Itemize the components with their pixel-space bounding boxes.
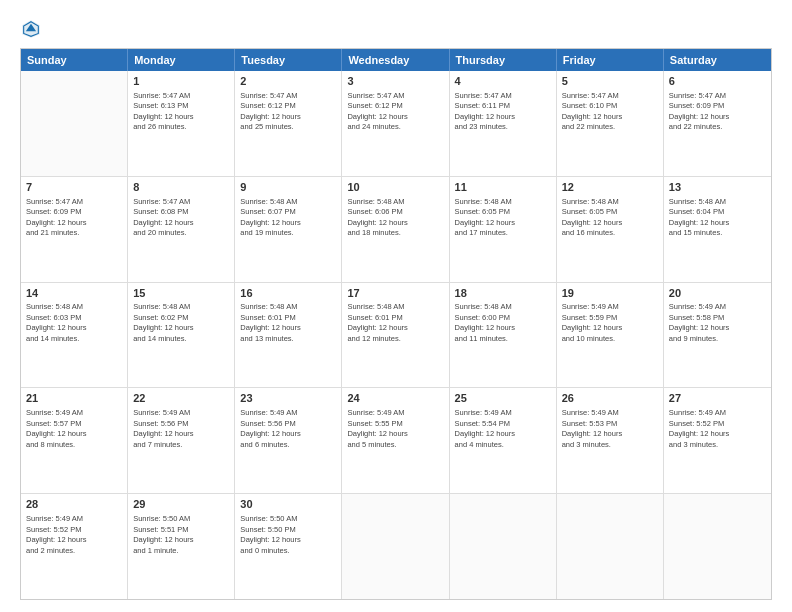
- day-number: 6: [669, 74, 766, 89]
- calendar-header-cell: Wednesday: [342, 49, 449, 71]
- cell-text: Sunrise: 5:48 AM Sunset: 6:04 PM Dayligh…: [669, 197, 766, 239]
- day-number: 25: [455, 391, 551, 406]
- calendar-cell: 8Sunrise: 5:47 AM Sunset: 6:08 PM Daylig…: [128, 177, 235, 282]
- calendar-week: 7Sunrise: 5:47 AM Sunset: 6:09 PM Daylig…: [21, 177, 771, 283]
- calendar-header-cell: Thursday: [450, 49, 557, 71]
- cell-text: Sunrise: 5:47 AM Sunset: 6:08 PM Dayligh…: [133, 197, 229, 239]
- calendar-cell: 22Sunrise: 5:49 AM Sunset: 5:56 PM Dayli…: [128, 388, 235, 493]
- calendar-cell: 5Sunrise: 5:47 AM Sunset: 6:10 PM Daylig…: [557, 71, 664, 176]
- day-number: 29: [133, 497, 229, 512]
- cell-text: Sunrise: 5:48 AM Sunset: 6:05 PM Dayligh…: [562, 197, 658, 239]
- logo-icon: [20, 18, 42, 40]
- calendar-cell: 4Sunrise: 5:47 AM Sunset: 6:11 PM Daylig…: [450, 71, 557, 176]
- calendar-cell: 16Sunrise: 5:48 AM Sunset: 6:01 PM Dayli…: [235, 283, 342, 388]
- cell-text: Sunrise: 5:49 AM Sunset: 5:56 PM Dayligh…: [240, 408, 336, 450]
- day-number: 8: [133, 180, 229, 195]
- calendar-cell: [21, 71, 128, 176]
- day-number: 24: [347, 391, 443, 406]
- calendar-cell: 14Sunrise: 5:48 AM Sunset: 6:03 PM Dayli…: [21, 283, 128, 388]
- cell-text: Sunrise: 5:49 AM Sunset: 5:59 PM Dayligh…: [562, 302, 658, 344]
- day-number: 23: [240, 391, 336, 406]
- day-number: 9: [240, 180, 336, 195]
- calendar-cell: 28Sunrise: 5:49 AM Sunset: 5:52 PM Dayli…: [21, 494, 128, 599]
- calendar-cell: 2Sunrise: 5:47 AM Sunset: 6:12 PM Daylig…: [235, 71, 342, 176]
- calendar-week: 28Sunrise: 5:49 AM Sunset: 5:52 PM Dayli…: [21, 494, 771, 599]
- day-number: 14: [26, 286, 122, 301]
- day-number: 2: [240, 74, 336, 89]
- cell-text: Sunrise: 5:49 AM Sunset: 5:55 PM Dayligh…: [347, 408, 443, 450]
- cell-text: Sunrise: 5:48 AM Sunset: 6:06 PM Dayligh…: [347, 197, 443, 239]
- cell-text: Sunrise: 5:47 AM Sunset: 6:09 PM Dayligh…: [26, 197, 122, 239]
- day-number: 22: [133, 391, 229, 406]
- calendar-cell: 6Sunrise: 5:47 AM Sunset: 6:09 PM Daylig…: [664, 71, 771, 176]
- calendar-cell: 11Sunrise: 5:48 AM Sunset: 6:05 PM Dayli…: [450, 177, 557, 282]
- calendar-header-cell: Sunday: [21, 49, 128, 71]
- calendar-cell: 18Sunrise: 5:48 AM Sunset: 6:00 PM Dayli…: [450, 283, 557, 388]
- cell-text: Sunrise: 5:47 AM Sunset: 6:12 PM Dayligh…: [240, 91, 336, 133]
- cell-text: Sunrise: 5:47 AM Sunset: 6:12 PM Dayligh…: [347, 91, 443, 133]
- cell-text: Sunrise: 5:49 AM Sunset: 5:58 PM Dayligh…: [669, 302, 766, 344]
- day-number: 7: [26, 180, 122, 195]
- calendar-cell: [557, 494, 664, 599]
- calendar-cell: 17Sunrise: 5:48 AM Sunset: 6:01 PM Dayli…: [342, 283, 449, 388]
- calendar-header-row: SundayMondayTuesdayWednesdayThursdayFrid…: [21, 49, 771, 71]
- cell-text: Sunrise: 5:49 AM Sunset: 5:52 PM Dayligh…: [669, 408, 766, 450]
- calendar-body: 1Sunrise: 5:47 AM Sunset: 6:13 PM Daylig…: [21, 71, 771, 599]
- day-number: 19: [562, 286, 658, 301]
- calendar: SundayMondayTuesdayWednesdayThursdayFrid…: [20, 48, 772, 600]
- calendar-cell: 1Sunrise: 5:47 AM Sunset: 6:13 PM Daylig…: [128, 71, 235, 176]
- cell-text: Sunrise: 5:48 AM Sunset: 6:01 PM Dayligh…: [240, 302, 336, 344]
- day-number: 21: [26, 391, 122, 406]
- cell-text: Sunrise: 5:48 AM Sunset: 6:07 PM Dayligh…: [240, 197, 336, 239]
- cell-text: Sunrise: 5:49 AM Sunset: 5:53 PM Dayligh…: [562, 408, 658, 450]
- calendar-cell: 23Sunrise: 5:49 AM Sunset: 5:56 PM Dayli…: [235, 388, 342, 493]
- day-number: 16: [240, 286, 336, 301]
- cell-text: Sunrise: 5:50 AM Sunset: 5:51 PM Dayligh…: [133, 514, 229, 556]
- day-number: 1: [133, 74, 229, 89]
- cell-text: Sunrise: 5:48 AM Sunset: 6:05 PM Dayligh…: [455, 197, 551, 239]
- day-number: 18: [455, 286, 551, 301]
- calendar-cell: 12Sunrise: 5:48 AM Sunset: 6:05 PM Dayli…: [557, 177, 664, 282]
- day-number: 26: [562, 391, 658, 406]
- calendar-cell: 24Sunrise: 5:49 AM Sunset: 5:55 PM Dayli…: [342, 388, 449, 493]
- calendar-cell: 20Sunrise: 5:49 AM Sunset: 5:58 PM Dayli…: [664, 283, 771, 388]
- header: [20, 18, 772, 40]
- calendar-cell: 27Sunrise: 5:49 AM Sunset: 5:52 PM Dayli…: [664, 388, 771, 493]
- calendar-week: 1Sunrise: 5:47 AM Sunset: 6:13 PM Daylig…: [21, 71, 771, 177]
- calendar-cell: [450, 494, 557, 599]
- day-number: 13: [669, 180, 766, 195]
- calendar-cell: 29Sunrise: 5:50 AM Sunset: 5:51 PM Dayli…: [128, 494, 235, 599]
- calendar-cell: 3Sunrise: 5:47 AM Sunset: 6:12 PM Daylig…: [342, 71, 449, 176]
- calendar-cell: 10Sunrise: 5:48 AM Sunset: 6:06 PM Dayli…: [342, 177, 449, 282]
- calendar-cell: 9Sunrise: 5:48 AM Sunset: 6:07 PM Daylig…: [235, 177, 342, 282]
- calendar-cell: 19Sunrise: 5:49 AM Sunset: 5:59 PM Dayli…: [557, 283, 664, 388]
- day-number: 5: [562, 74, 658, 89]
- calendar-header-cell: Tuesday: [235, 49, 342, 71]
- cell-text: Sunrise: 5:47 AM Sunset: 6:13 PM Dayligh…: [133, 91, 229, 133]
- cell-text: Sunrise: 5:49 AM Sunset: 5:57 PM Dayligh…: [26, 408, 122, 450]
- day-number: 3: [347, 74, 443, 89]
- cell-text: Sunrise: 5:48 AM Sunset: 6:02 PM Dayligh…: [133, 302, 229, 344]
- calendar-cell: 13Sunrise: 5:48 AM Sunset: 6:04 PM Dayli…: [664, 177, 771, 282]
- calendar-cell: 30Sunrise: 5:50 AM Sunset: 5:50 PM Dayli…: [235, 494, 342, 599]
- calendar-cell: [342, 494, 449, 599]
- cell-text: Sunrise: 5:48 AM Sunset: 6:00 PM Dayligh…: [455, 302, 551, 344]
- day-number: 20: [669, 286, 766, 301]
- page: SundayMondayTuesdayWednesdayThursdayFrid…: [0, 0, 792, 612]
- day-number: 10: [347, 180, 443, 195]
- cell-text: Sunrise: 5:50 AM Sunset: 5:50 PM Dayligh…: [240, 514, 336, 556]
- cell-text: Sunrise: 5:49 AM Sunset: 5:52 PM Dayligh…: [26, 514, 122, 556]
- calendar-week: 14Sunrise: 5:48 AM Sunset: 6:03 PM Dayli…: [21, 283, 771, 389]
- calendar-cell: 15Sunrise: 5:48 AM Sunset: 6:02 PM Dayli…: [128, 283, 235, 388]
- day-number: 15: [133, 286, 229, 301]
- day-number: 4: [455, 74, 551, 89]
- cell-text: Sunrise: 5:48 AM Sunset: 6:03 PM Dayligh…: [26, 302, 122, 344]
- cell-text: Sunrise: 5:47 AM Sunset: 6:11 PM Dayligh…: [455, 91, 551, 133]
- day-number: 28: [26, 497, 122, 512]
- calendar-cell: 25Sunrise: 5:49 AM Sunset: 5:54 PM Dayli…: [450, 388, 557, 493]
- calendar-cell: 21Sunrise: 5:49 AM Sunset: 5:57 PM Dayli…: [21, 388, 128, 493]
- calendar-header-cell: Monday: [128, 49, 235, 71]
- logo: [20, 18, 46, 40]
- calendar-cell: [664, 494, 771, 599]
- calendar-week: 21Sunrise: 5:49 AM Sunset: 5:57 PM Dayli…: [21, 388, 771, 494]
